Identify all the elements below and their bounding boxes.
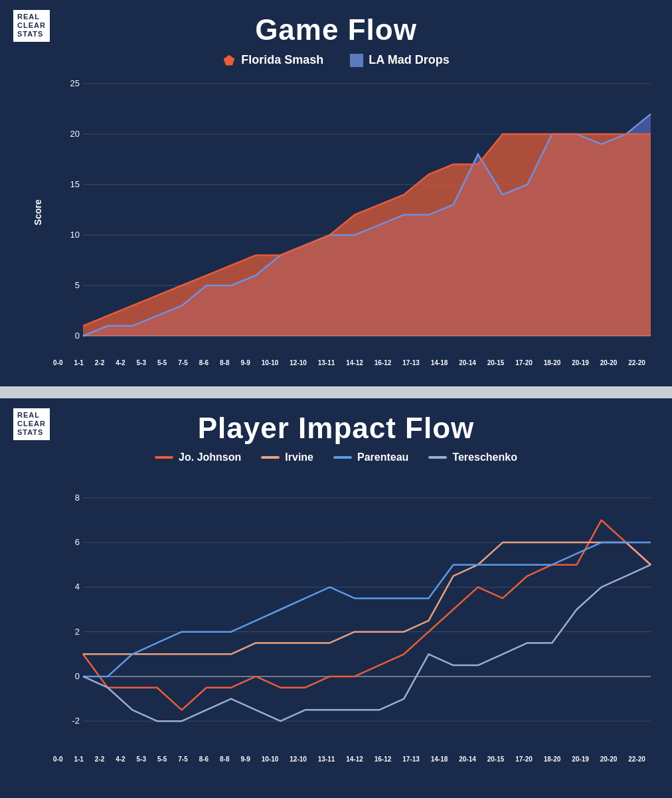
x-label: 18-20 (544, 359, 561, 366)
jo-johnson-label: Jo. Johnson (179, 451, 241, 463)
x-label: 16-12 (375, 359, 392, 366)
pi-x-axis-labels: 0-01-12-24-25-35-57-58-68-89-910-1012-10… (53, 756, 645, 763)
pi-x-label: 4-2 (116, 756, 125, 763)
x-label: 17-20 (515, 359, 533, 366)
legend-parenteau: Parenteau (333, 451, 408, 463)
legend-la-mad-drops: LA Mad Drops (350, 53, 449, 67)
player-impact-canvas (53, 473, 664, 752)
x-label: 20-20 (600, 359, 618, 366)
logo-bottom: REAL CLEAR STATS (13, 408, 50, 440)
game-flow-legend: Florida Smash LA Mad Drops (20, 53, 652, 67)
jo-johnson-line-icon (155, 456, 173, 459)
player-impact-chart-container: 0-01-12-24-25-35-57-58-68-89-910-1012-10… (53, 473, 645, 763)
legend-jo-johnson: Jo. Johnson (155, 451, 241, 463)
game-flow-chart-container: Score 0-01-12-24-25-35-57-58-68-89-910-1… (53, 77, 645, 366)
game-flow-title: Game Flow (20, 13, 652, 46)
parenteau-line-icon (333, 456, 352, 459)
game-flow-canvas (53, 77, 664, 356)
pi-x-label: 17-20 (515, 756, 533, 763)
x-label: 8-6 (199, 359, 209, 366)
tereschenko-line-icon (428, 456, 447, 459)
pi-x-label: 12-10 (290, 756, 307, 763)
pi-x-label: 13-11 (318, 756, 335, 763)
x-label: 22-20 (628, 359, 645, 366)
irvine-label: Irvine (285, 451, 313, 463)
x-label: 14-12 (346, 359, 363, 366)
pi-x-label: 18-20 (544, 756, 561, 763)
pi-x-label: 16-12 (375, 756, 392, 763)
section-divider (0, 386, 672, 398)
x-label: 20-15 (487, 359, 505, 366)
x-label: 9-9 (240, 359, 250, 366)
pi-x-label: 20-19 (572, 756, 589, 763)
pi-x-label: 8-8 (220, 756, 229, 763)
pi-x-label: 20-20 (600, 756, 618, 763)
pi-x-label: 20-14 (459, 756, 476, 763)
x-label: 0-0 (53, 359, 62, 366)
x-axis-labels: 0-01-12-24-25-35-57-58-68-89-910-1012-10… (53, 359, 645, 366)
x-label: 5-3 (137, 359, 146, 366)
legend-irvine: Irvine (261, 451, 313, 463)
x-label: 2-2 (95, 359, 104, 366)
x-label: 10-10 (262, 359, 279, 366)
legend-florida-smash: Florida Smash (222, 53, 323, 67)
x-label: 13-11 (318, 359, 335, 366)
player-legend: Jo. Johnson Irvine Parenteau Tereschenko (20, 451, 652, 463)
pi-x-label: 14-18 (431, 756, 448, 763)
pi-x-label: 1-1 (74, 756, 83, 763)
irvine-line-icon (261, 456, 280, 459)
player-impact-section: REAL CLEAR STATS Player Impact Flow Jo. … (0, 398, 672, 783)
x-label: 20-19 (572, 359, 589, 366)
square-icon (350, 54, 363, 67)
x-label: 17-13 (402, 359, 420, 366)
pi-x-label: 10-10 (262, 756, 279, 763)
logo-top: REAL CLEAR STATS (13, 10, 50, 42)
player-impact-title: Player Impact Flow (20, 412, 652, 445)
x-label: 4-2 (116, 359, 125, 366)
x-label: 20-14 (459, 359, 476, 366)
pi-x-label: 8-6 (199, 756, 209, 763)
florida-smash-label: Florida Smash (241, 53, 323, 67)
x-label: 12-10 (290, 359, 307, 366)
legend-tereschenko: Tereschenko (428, 451, 517, 463)
pi-x-label: 2-2 (95, 756, 104, 763)
parenteau-label: Parenteau (357, 451, 408, 463)
svg-marker-0 (224, 54, 235, 65)
la-mad-drops-label: LA Mad Drops (369, 53, 449, 67)
x-label: 8-8 (220, 359, 229, 366)
tereschenko-label: Tereschenko (452, 451, 517, 463)
pentagon-icon (222, 54, 236, 67)
pi-x-label: 17-13 (402, 756, 420, 763)
pi-x-label: 7-5 (178, 756, 187, 763)
pi-x-label: 9-9 (240, 756, 250, 763)
pi-x-label: 5-3 (137, 756, 146, 763)
pi-x-label: 20-15 (487, 756, 505, 763)
game-flow-section: REAL CLEAR STATS Game Flow Florida Smash… (0, 0, 672, 386)
x-label: 7-5 (178, 359, 187, 366)
y-axis-label: Score (33, 200, 43, 226)
pi-x-label: 0-0 (53, 756, 62, 763)
x-label: 5-5 (157, 359, 167, 366)
pi-x-label: 22-20 (628, 756, 645, 763)
pi-x-label: 5-5 (157, 756, 167, 763)
x-label: 1-1 (74, 359, 83, 366)
pi-x-label: 14-12 (346, 756, 363, 763)
x-label: 14-18 (431, 359, 448, 366)
